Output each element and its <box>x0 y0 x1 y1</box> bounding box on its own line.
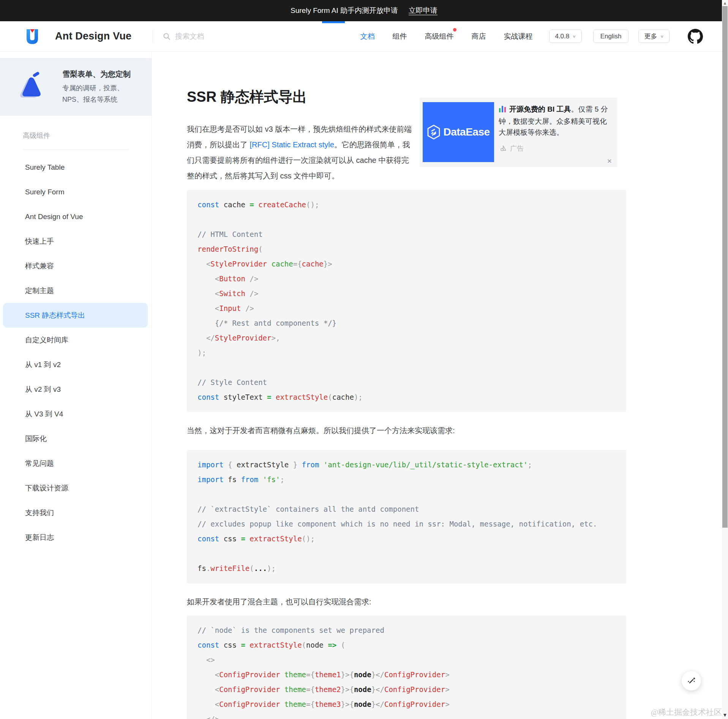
promo-title: 雪梨表单、为您定制 <box>62 69 131 79</box>
bar-chart-icon <box>499 105 507 116</box>
nav-docs[interactable]: 文档 <box>360 32 374 41</box>
sidebar-item-customize-theme[interactable]: 定制主题 <box>0 278 152 303</box>
sidebar-item-ssr-static-style[interactable]: SSR 静态样式导出 <box>3 303 148 328</box>
page-scrollbar[interactable]: ▲ ▼ <box>722 0 728 719</box>
version-select[interactable]: 4.0.8 ∨ <box>549 30 581 43</box>
nav-store[interactable]: 商店 <box>471 32 486 41</box>
ad-text: 开源免费的 BI 工具。仅需 5 分钟，数据变大屏。众多精美可视化大屏模板等你来… <box>499 104 613 138</box>
juejin-watermark: @稀土掘金技术社区 <box>651 707 722 717</box>
ad-close-icon[interactable]: × <box>607 157 612 165</box>
scrollbar-up-arrow-icon[interactable]: ▲ <box>722 1 728 6</box>
sidebar-section-label: 高级组件 <box>23 131 152 140</box>
sidebar-item-support-us[interactable]: 支持我们 <box>0 500 152 525</box>
sidebar-item-ant-design-of-vue[interactable]: Ant Design of Vue <box>0 204 152 229</box>
sidebar-item-style-compat[interactable]: 样式兼容 <box>0 254 152 278</box>
chevron-down-icon: ∨ <box>572 34 576 38</box>
nav-pro-components-label: 高级组件 <box>425 32 453 40</box>
ad-text-bold: 开源免费的 BI 工具 <box>509 105 571 113</box>
search-input[interactable] <box>175 32 262 41</box>
promo-desc-line2: NPS、报名等系统 <box>62 94 131 105</box>
rfc-link[interactable]: [RFC] Static Extract style <box>250 140 334 149</box>
paragraph-extract-helper: 当然，这对于开发者而言稍微有点麻烦。所以我们提供了一个方法来实现该需求: <box>187 423 728 438</box>
header-divider <box>153 29 153 44</box>
new-badge-dot <box>453 28 456 32</box>
chevron-down-icon: ∨ <box>660 34 664 38</box>
banner-text: Surely Form AI 助手内测开放申请 <box>291 6 398 16</box>
search-icon <box>163 33 171 40</box>
code-block-render-cache[interactable]: const cache = createCache(); // HTML Con… <box>187 190 626 412</box>
sidebar-item-v3-to-v4[interactable]: 从 V3 到 V4 <box>0 402 152 426</box>
dataease-logo[interactable]: DataEase <box>423 102 494 162</box>
scrollbar-thumb[interactable] <box>722 6 728 528</box>
intro-paragraph: 我们在思考是否可以如 v3 版本一样，预先烘焙组件的样式来使前端消费，所以提出了… <box>187 121 416 184</box>
theme-editor-fab[interactable] <box>682 671 701 691</box>
sidebar-item-design-resources[interactable]: 下载设计资源 <box>0 476 152 500</box>
more-label: 更多 <box>644 32 657 41</box>
carbon-ads-icon <box>499 145 507 152</box>
more-menu-button[interactable]: 更多 ∨ <box>638 30 670 43</box>
header-nav: 文档 组件 高级组件 商店 实战课程 <box>360 32 532 41</box>
language-label: English <box>600 33 622 40</box>
github-icon[interactable] <box>688 29 703 44</box>
dataease-hexagon-icon <box>427 125 441 140</box>
sidebar-item-v2-to-v3[interactable]: 从 v2 到 v3 <box>0 377 152 402</box>
nav-components[interactable]: 组件 <box>392 32 407 41</box>
site-title[interactable]: Ant Design Vue <box>55 30 131 42</box>
search-box[interactable] <box>163 32 262 41</box>
ad-brand-name: DataEase <box>443 126 490 138</box>
active-tab-indicator <box>322 21 345 23</box>
sidebar-item-custom-date-lib[interactable]: 自定义时间库 <box>0 328 152 352</box>
sidebar-item-i18n[interactable]: 国际化 <box>0 426 152 451</box>
header: Ant Design Vue 文档 组件 高级组件 商店 实战课程 4.0.8 … <box>0 21 728 52</box>
magic-wand-icon <box>687 676 696 686</box>
sidebar-item-faq[interactable]: 常见问题 <box>0 451 152 476</box>
nav-pro-components[interactable]: 高级组件 <box>425 32 453 41</box>
paragraph-mixed-theme: 如果开发者使用了混合主题，也可以自行实现混合需求: <box>187 594 728 610</box>
scrollbar-down-arrow-icon[interactable]: ▼ <box>722 712 728 718</box>
sidebar-promo-card[interactable]: 雪梨表单、为您定制 专属的调研，投票、 NPS、报名等系统 <box>0 58 152 116</box>
ad-card[interactable]: DataEase 开源免费的 BI 工具。仅需 5 分钟，数据变大屏。众多精美可… <box>420 98 617 167</box>
sidebar: 雪梨表单、为您定制 专属的调研，投票、 NPS、报名等系统 高级组件 Surel… <box>0 52 152 719</box>
ad-label: 广告 <box>510 144 524 153</box>
ad-meta: 广告 <box>499 144 524 153</box>
code-block-extract-style[interactable]: import { extractStyle } from 'ant-design… <box>187 450 626 583</box>
sidebar-item-v1-to-v2[interactable]: 从 v1 到 v2 <box>0 352 152 377</box>
main-content: SSR 静态样式导出 DataEase <box>152 52 728 719</box>
version-label: 4.0.8 <box>555 33 569 40</box>
nav-courses[interactable]: 实战课程 <box>504 32 532 41</box>
sidebar-item-changelog[interactable]: 更新日志 <box>0 525 152 550</box>
sidebar-divider <box>23 149 129 150</box>
ant-design-vue-logo-icon[interactable] <box>25 28 39 44</box>
language-button[interactable]: English <box>593 30 629 43</box>
sidebar-menu: Surely Table Surely Form Ant Design of V… <box>0 155 152 550</box>
sidebar-item-getting-started[interactable]: 快速上手 <box>0 229 152 254</box>
promo-banner: Surely Form AI 助手内测开放申请 立即申请 <box>0 0 728 21</box>
promo-desc-line1: 专属的调研，投票、 <box>62 82 131 94</box>
code-block-mixed-theme[interactable]: // `node` is the components set we prepa… <box>187 615 626 719</box>
pear-logo-icon <box>15 71 46 102</box>
sidebar-item-surely-table[interactable]: Surely Table <box>0 155 152 180</box>
sidebar-item-surely-form[interactable]: Surely Form <box>0 180 152 204</box>
banner-apply-link[interactable]: 立即申请 <box>409 6 437 16</box>
